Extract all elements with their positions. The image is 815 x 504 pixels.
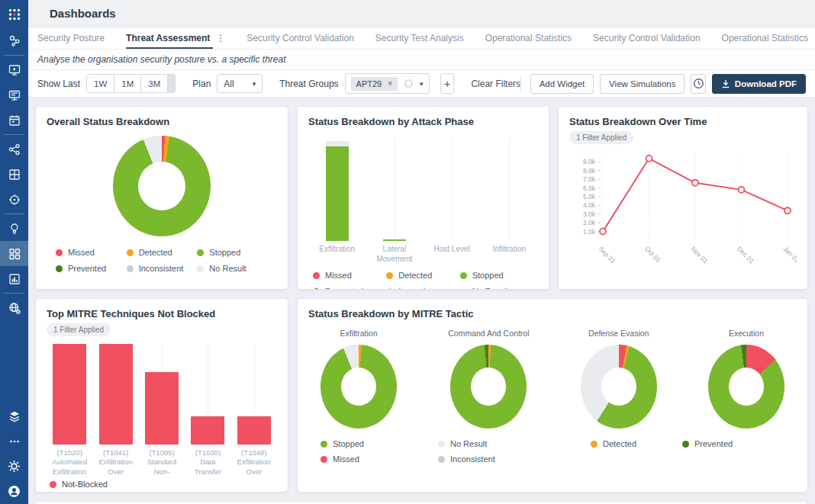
legend-item-detected: Detected [591,439,682,448]
range-3m[interactable]: 3M [141,75,168,92]
legend-label: Stopped [333,439,364,448]
add-widget-button[interactable]: Add Widget [530,74,594,94]
threat-group-tag: APT29 × [351,77,398,91]
cards-row-1: Overall Status Breakdown MissedDetectedS… [36,107,807,289]
legend-dot [438,456,445,463]
sidebar-item-agents[interactable] [0,82,28,108]
tab-menu-icon[interactable]: ⋮ [216,33,225,43]
legend-label: Missed [333,454,359,464]
sidebar-item-matrix[interactable] [0,162,28,187]
threat-groups-select[interactable]: APT29 × ▾ [345,73,430,94]
download-icon [721,79,730,88]
clear-filters-link[interactable]: Clear Filters [471,79,520,89]
axis-label: Infiltration [481,245,538,264]
monitor-play-icon [8,63,21,77]
legend-label: No Result [472,287,509,289]
legend-label: Inconsistent [398,287,443,289]
data-point[interactable] [739,187,745,193]
data-point[interactable] [784,207,791,213]
target-icon [8,193,21,207]
data-point[interactable] [646,156,652,162]
sidebar-divider [4,293,24,294]
mitre-techniques-bar-chart [47,344,277,445]
logo-dots-icon [6,6,23,23]
range-1m[interactable]: 1M [114,75,141,92]
download-pdf-button[interactable]: Download PDF [712,74,806,94]
sidebar-divider [4,134,24,135]
ellipsis-icon [8,435,21,448]
tab-threat-assessment[interactable]: Threat Assessment⋮ [126,27,225,49]
legend-label: Stopped [209,248,240,257]
sidebar-item-insights[interactable] [0,216,28,241]
dashboard-content: Overall Status Breakdown MissedDetectedS… [28,98,815,504]
attack-phase-bar-chart [308,137,538,241]
remove-tag-icon[interactable]: × [388,79,392,88]
sidebar-item-simulations[interactable] [0,57,28,82]
sidebar-item-dashboards[interactable] [0,241,28,266]
sidebar-item-reports[interactable] [0,266,28,291]
range-1w[interactable]: 1W [87,75,114,92]
range-6m[interactable]: 6M [168,75,176,92]
sidebar-item-integrations[interactable] [0,136,28,162]
sidebar-item-findings[interactable] [0,187,28,212]
mitre-column [231,344,277,445]
legend-item-prevented: Prevented [313,287,386,289]
status-legend: MissedDetectedStoppedPreventedInconsiste… [308,271,538,289]
donut-chart [450,345,527,429]
tab-security-control-validation[interactable]: Security Control Validation [246,27,354,49]
data-point[interactable] [692,180,698,186]
tab-security-control-validation[interactable]: Security Control Validation [593,27,701,49]
clear-select-icon[interactable] [404,79,413,88]
sidebar-item-more[interactable] [0,429,28,454]
globe-gear-icon [8,301,21,315]
user-avatar-icon [7,484,21,499]
plan-select[interactable]: All ▾ [217,74,263,93]
sidebar-item-stack[interactable] [0,403,28,429]
legend-dot [321,456,327,463]
tab-label: Security Posture [37,33,105,43]
sidebar-item-settings[interactable] [0,454,28,479]
tab-label: Operational Statistics [485,33,572,43]
legend-item-inconsistent: Inconsistent [386,287,459,289]
legend-item-prevented: Prevented [682,439,797,448]
legend-dot [313,288,320,290]
donut-chart [321,345,397,429]
legend-item-no-result: No Result [197,264,268,273]
download-pdf-label: Download PDF [735,79,797,88]
sidebar-divider [4,213,24,214]
data-point[interactable] [600,229,606,235]
sidebar-item-account[interactable] [0,479,28,504]
tactic-title: Defense Evasion [588,329,649,338]
sidebar-item-connections[interactable] [0,28,28,53]
tab-operational-statistics[interactable]: Operational Statistics [485,27,572,49]
legend-label: Not-Blocked [62,480,108,489]
x-tick-label: Sep 01 [598,245,617,265]
legend-dot [56,265,63,272]
line-chart-container: 1.0k2.0k3.0k4.0k5.0k6.0k7.0k8.0k9.0kSep … [569,144,797,289]
grid-window-icon [8,168,21,181]
app-logo[interactable] [0,0,28,28]
legend-item-no-result: No Result [460,287,533,289]
x-tick-label: Dec 01 [736,245,755,265]
tab-security-posture[interactable]: Security Posture [37,27,105,49]
history-button[interactable] [691,74,705,94]
donut-hole [601,368,636,406]
mitre-column [139,344,185,445]
sidebar-item-environment[interactable] [0,295,28,320]
add-filter-button[interactable]: + [440,73,455,94]
legend-dot [438,441,445,448]
view-simulations-button[interactable]: View Simulations [600,74,685,94]
filter-bar: Show Last 1W1M3M6MCustom Plan All ▾ Thre… [28,70,815,98]
axis-label: Lateral Movement [366,245,423,264]
y-tick-label: 2.0k [583,219,596,226]
sidebar-item-scheduler[interactable] [0,108,28,133]
tab-operational-statistics[interactable]: Operational Statistics [722,27,808,49]
dashboard-subtitle-bar: Analyse the organisation security postur… [28,50,815,70]
tab-security-test-analysis[interactable]: Security Test Analysis [375,27,464,49]
sidebar [0,0,28,504]
legend-label: Stopped [472,271,504,280]
tactic-title: Exfiltration [340,329,377,338]
phase-bar [440,137,463,241]
axis-label: Exfiltration [308,245,366,264]
axis-label: (T1095) Standard Non-Application [139,448,185,476]
